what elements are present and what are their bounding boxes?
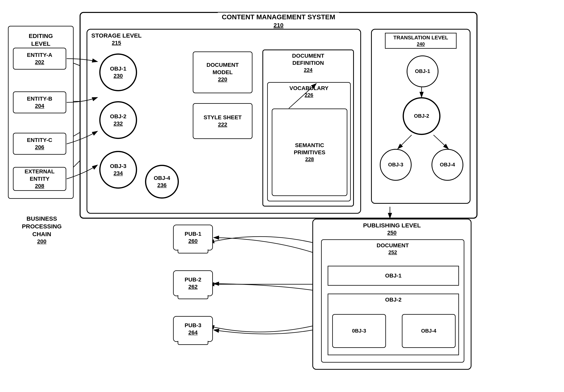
pub1-number: 260 [188, 238, 198, 245]
obj3-storage-number: 234 [113, 170, 123, 177]
publishing-level-label: PUBLISHING LEVEL [363, 222, 421, 229]
obj2-storage-label: OBJ-2 [110, 113, 126, 120]
document-obj3-box: 0BJ-3 [332, 314, 386, 348]
document-model-box: DOCUMENT MODEL 220 [193, 52, 253, 93]
pub2-number: 262 [188, 283, 198, 290]
obj4-storage-number: 236 [157, 182, 167, 189]
editing-level-label: EDITING LEVEL [27, 30, 55, 48]
storage-level-box: STORAGE LEVEL 215 OBJ-1 230 OBJ-2 232 [86, 29, 361, 214]
obj1-storage-circle: OBJ-1 230 [99, 54, 137, 91]
obj3-storage-circle: OBJ-3 234 [99, 151, 137, 189]
cms-number: 210 [222, 21, 335, 29]
cms-label: CONTENT MANAGEMENT SYSTEM [222, 13, 335, 21]
entity-c-box: ENTITY-C 206 [13, 133, 66, 155]
document-obj1-label: OBJ-1 [385, 272, 401, 279]
entity-a-label: ENTITY-A [27, 52, 52, 59]
document-label: DOCUMENT [377, 242, 409, 248]
obj2-storage-circle: OBJ-2 232 [99, 101, 137, 139]
external-entity-number: 208 [35, 182, 44, 190]
semantic-primitives-number: 228 [305, 156, 314, 163]
document-definition-number: 224 [265, 67, 351, 74]
obj4-storage-label: OBJ-4 [154, 175, 170, 182]
obj1-storage-label: OBJ-1 [110, 65, 126, 72]
obj4-storage-circle: OBJ-4 236 [145, 165, 179, 199]
entity-a-box: ENTITY-A 202 [13, 48, 66, 69]
document-obj4-box: OBJ-4 [402, 314, 456, 348]
pub2-label: PUB-2 [185, 276, 201, 283]
document-definition-label: DOCUMENT DEFINITION [292, 53, 324, 66]
vocabulary-box: VOCABULARY 226 SEMANTIC PRIMITIVES 228 [267, 82, 351, 201]
diagram: EDITING LEVEL 201 ENTITY-A 202 ENTITY-B … [0, 0, 564, 392]
pub3-label: PUB-3 [185, 322, 201, 329]
obj1-storage-number: 230 [113, 72, 123, 80]
document-model-label: DOCUMENT MODEL [207, 61, 239, 76]
external-entity-label: EXTERNAL ENTITY [25, 168, 55, 182]
entity-b-label: ENTITY-B [27, 95, 52, 102]
entity-b-box: ENTITY-B 204 [13, 92, 66, 113]
document-obj2-box: OBJ-2 0BJ-3 OBJ-4 [328, 294, 459, 355]
svg-line-12 [434, 135, 448, 149]
entity-c-number: 206 [35, 144, 44, 151]
semantic-primitives-box: SEMANTIC PRIMITIVES 228 [272, 108, 347, 196]
document-obj2-label: OBJ-2 [385, 297, 401, 303]
style-sheet-box: STYLE SHEET 222 [193, 103, 253, 139]
document-model-number: 220 [218, 76, 227, 83]
translation-tree-svg [372, 30, 471, 204]
business-processing-label: BUSINESS PROCESSING CHAIN 200 [6, 215, 78, 245]
storage-level-label: STORAGE LEVEL [91, 32, 142, 39]
publishing-level-box: PUBLISHING LEVEL 250 DOCUMENT 252 OBJ-1 … [312, 219, 471, 370]
entity-c-label: ENTITY-C [27, 136, 52, 144]
entity-a-number: 202 [35, 59, 44, 66]
storage-level-number: 215 [91, 39, 142, 47]
style-sheet-label: STYLE SHEET [204, 114, 241, 121]
translation-level-box: TRANSLATION LEVEL 240 OBJ-1 OBJ-2 OBJ-3 … [371, 29, 470, 204]
vocabulary-label: VOCABULARY [289, 85, 329, 91]
document-box: DOCUMENT 252 OBJ-1 OBJ-2 0BJ-3 [321, 239, 464, 363]
entity-b-number: 204 [35, 102, 44, 109]
svg-line-11 [398, 135, 412, 149]
pub2-box: PUB-2 262 [173, 270, 213, 296]
document-obj1-box: OBJ-1 [328, 266, 459, 286]
cms-box: CONTENT MANAGEMENT SYSTEM 210 STORAGE LE… [80, 12, 478, 219]
pub3-number: 264 [188, 329, 198, 336]
obj3-storage-label: OBJ-3 [110, 162, 126, 170]
document-obj3-label: 0BJ-3 [352, 328, 366, 334]
publishing-level-number: 250 [313, 229, 471, 236]
semantic-primitives-label: SEMANTIC PRIMITIVES [294, 142, 325, 156]
pub3-box: PUB-3 264 [173, 316, 213, 342]
pub1-box: PUB-1 260 [173, 225, 213, 250]
vocabulary-number: 226 [268, 92, 350, 99]
document-number: 252 [322, 249, 464, 256]
style-sheet-number: 222 [218, 121, 227, 128]
document-definition-outer-box: DOCUMENT DEFINITION 224 VOCABULARY 226 S… [262, 50, 354, 206]
obj2-storage-number: 232 [113, 120, 123, 127]
external-entity-box: EXTERNAL ENTITY 208 [13, 167, 66, 191]
pub1-label: PUB-1 [185, 230, 201, 238]
document-obj4-label: OBJ-4 [421, 328, 437, 334]
